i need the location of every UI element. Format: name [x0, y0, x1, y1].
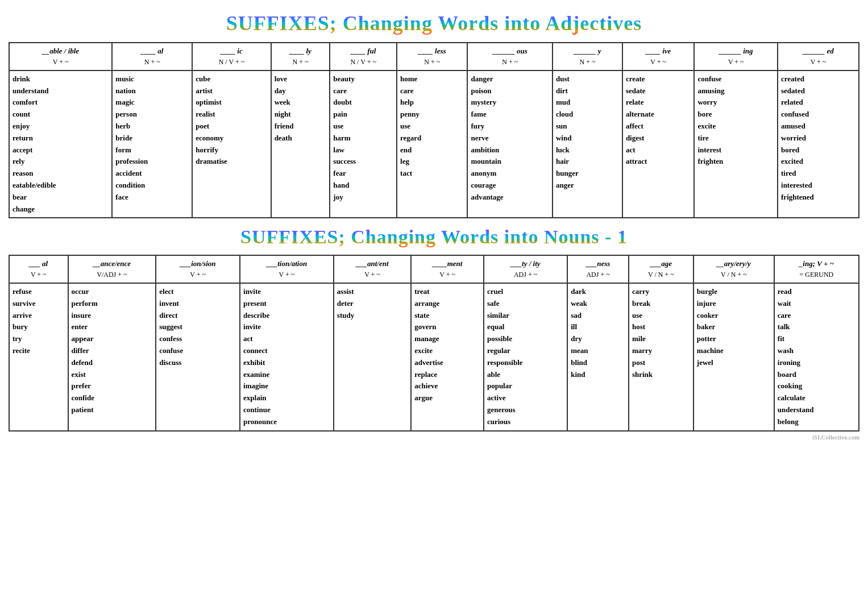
list-item: count: [13, 109, 109, 121]
list-item: confess: [159, 333, 236, 345]
list-item: reason: [13, 168, 109, 180]
list-item: nation: [115, 85, 189, 97]
page-title-nouns: SUFFIXES; Changing Words into Nouns - 1: [9, 226, 859, 248]
list-item: poet: [196, 121, 267, 132]
list-item: equal: [487, 321, 564, 333]
list-item: curious: [487, 416, 564, 428]
list-item: ill: [571, 321, 625, 333]
list-item: study: [337, 310, 408, 322]
list-item: interest: [697, 144, 774, 156]
list-item: understand: [13, 85, 109, 97]
list-item: affect: [626, 121, 691, 132]
nouns-header-row: ___ alV + ~__ance/enceV/ADJ + ~___ion/si…: [9, 255, 859, 283]
list-item: magic: [115, 97, 189, 109]
noun-header-8: ___ageV / N + ~: [629, 255, 693, 283]
list-item: doubt: [333, 97, 393, 109]
noun-header-6: ___ty / ityADJ + ~: [484, 255, 567, 283]
list-item: bury: [13, 321, 65, 333]
list-item: board: [778, 369, 855, 381]
list-item: love: [275, 73, 327, 85]
list-item: jewel: [697, 357, 771, 369]
list-item: night: [275, 109, 327, 121]
list-item: shrink: [632, 369, 690, 381]
list-item: regular: [487, 345, 564, 357]
list-item: accident: [115, 168, 189, 180]
list-item: condition: [115, 180, 189, 192]
noun-header-2: ___ion/sionV + ~: [156, 255, 240, 283]
list-item: similar: [487, 310, 564, 322]
list-item: differ: [72, 345, 153, 357]
noun-words-col-1: occurperforminsureenterappeardifferdefen…: [68, 283, 156, 431]
list-item: form: [115, 144, 189, 156]
list-item: pain: [333, 109, 393, 121]
adjectives-table: __able / ibleV + ~____ alN + ~____ icN /…: [9, 42, 859, 218]
list-item: arrive: [13, 310, 65, 322]
list-item: create: [626, 73, 691, 85]
list-item: suggest: [159, 321, 236, 333]
list-item: burgle: [697, 286, 771, 298]
list-item: ironing: [778, 357, 855, 369]
noun-words-col-6: cruelsafesimilarequalpossibleregularresp…: [484, 283, 567, 431]
list-item: care: [400, 85, 464, 97]
list-item: examine: [243, 369, 330, 381]
list-item: bored: [781, 144, 855, 156]
adj-words-col-0: drinkunderstandcomfortcountenjoyreturnac…: [9, 70, 112, 218]
list-item: law: [333, 144, 393, 156]
list-item: worry: [697, 97, 774, 109]
noun-words-col-7: darkweaksadilldrymeanblindkind: [567, 283, 629, 431]
adj-header-2: ____ icN / V + ~: [192, 43, 271, 70]
list-item: amused: [781, 121, 855, 132]
list-item: tire: [697, 132, 774, 144]
list-item: return: [13, 132, 109, 144]
list-item: luck: [556, 144, 619, 156]
list-item: anger: [556, 180, 619, 192]
noun-header-0: ___ alV + ~: [9, 255, 68, 283]
list-item: talk: [778, 321, 855, 333]
adj-header-4: ____ fulN / V + ~: [330, 43, 397, 70]
list-item: confuse: [159, 345, 236, 357]
list-item: comfort: [13, 97, 109, 109]
adj-words-col-4: beautycaredoubtpainuseharmlawsuccessfear…: [330, 70, 397, 218]
noun-words-col-4: assistdeterstudy: [334, 283, 411, 431]
noun-header-10: _ing; V + ~= GERUND: [774, 255, 859, 283]
list-item: profession: [115, 156, 189, 168]
list-item: imagine: [243, 380, 330, 392]
list-item: defend: [72, 357, 153, 369]
adj-words-col-7: dustdirtmudcloudsunwindluckhairhungerang…: [553, 70, 622, 218]
adj-words-col-3: lovedayweeknightfrienddeath: [271, 70, 330, 218]
list-item: invent: [159, 298, 236, 310]
adj-words-col-8: createsedaterelatealternateaffectdigesta…: [622, 70, 695, 218]
list-item: prefer: [72, 380, 153, 392]
adj-words-col-6: dangerpoisonmysteryfamefurynerveambition…: [467, 70, 553, 218]
list-item: tired: [781, 168, 855, 180]
list-item: dust: [556, 73, 619, 85]
list-item: dark: [571, 286, 625, 298]
list-item: exist: [72, 369, 153, 381]
list-item: dirt: [556, 85, 619, 97]
list-item: hunger: [556, 168, 619, 180]
list-item: sad: [571, 310, 625, 322]
list-item: present: [243, 298, 330, 310]
list-item: enter: [72, 321, 153, 333]
list-item: cube: [196, 73, 267, 85]
list-item: sedate: [626, 85, 691, 97]
list-item: excite: [414, 345, 480, 357]
list-item: horrify: [196, 144, 267, 156]
list-item: refuse: [13, 286, 65, 298]
noun-words-col-5: treatarrangestategovernmanageexciteadver…: [411, 283, 484, 431]
list-item: advertise: [414, 357, 480, 369]
list-item: amusing: [697, 85, 774, 97]
list-item: blind: [571, 357, 625, 369]
list-item: wait: [778, 298, 855, 310]
list-item: courage: [471, 180, 549, 192]
list-item: calculate: [778, 392, 855, 404]
noun-header-1: __ance/enceV/ADJ + ~: [68, 255, 156, 283]
list-item: achieve: [414, 380, 480, 392]
list-item: penny: [400, 109, 464, 121]
list-item: assist: [337, 286, 408, 298]
adj-header-1: ____ alN + ~: [112, 43, 192, 70]
list-item: rely: [13, 156, 109, 168]
list-item: survive: [13, 298, 65, 310]
list-item: person: [115, 109, 189, 121]
list-item: leg: [400, 156, 464, 168]
